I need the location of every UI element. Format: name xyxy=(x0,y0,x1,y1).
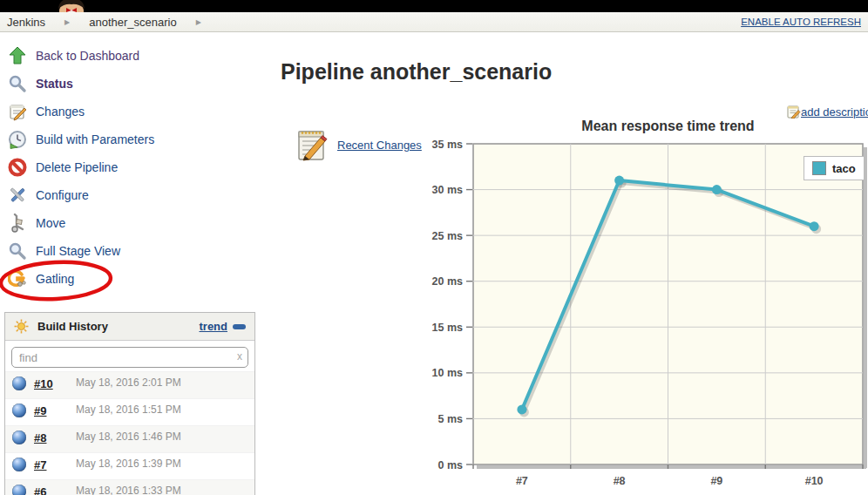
sidebar-item-full-stage-view[interactable]: Full Stage View xyxy=(7,241,154,261)
tools-icon xyxy=(7,185,28,206)
build-link[interactable]: #8 xyxy=(34,431,65,444)
sidebar-item-status[interactable]: Status xyxy=(7,73,154,94)
svg-text:10 ms: 10 ms xyxy=(432,367,463,379)
breadcrumb-jenkins[interactable]: Jenkins xyxy=(7,16,45,29)
add-description-link[interactable]: add description xyxy=(787,105,868,119)
legend-swatch-icon xyxy=(812,161,826,175)
build-status-ball-icon[interactable] xyxy=(12,458,26,471)
hand-truck-icon xyxy=(7,213,28,234)
svg-text:35 ms: 35 ms xyxy=(432,139,463,151)
build-link[interactable]: #6 xyxy=(34,485,65,495)
breadcrumb-arrow-icon: ▶ xyxy=(64,18,70,26)
notepad-icon xyxy=(7,101,28,122)
search-icon xyxy=(7,241,28,261)
build-history-title: Build History xyxy=(37,320,108,333)
gatling-icon xyxy=(7,268,28,289)
build-date: May 18, 2016 1:46 PM xyxy=(76,431,191,444)
svg-text:#10: #10 xyxy=(805,475,824,487)
top-bar xyxy=(0,0,868,12)
svg-text:#8: #8 xyxy=(614,475,626,487)
build-date: May 18, 2016 1:33 PM xyxy=(76,485,191,495)
chart-title: Mean response time trend xyxy=(473,119,863,134)
svg-text:20 ms: 20 ms xyxy=(432,275,463,288)
breadcrumb-another-scenario[interactable]: another_scenario xyxy=(89,16,176,29)
build-row: #10 May 18, 2016 2:01 PM xyxy=(5,371,254,398)
trend-chart: 0 ms5 ms10 ms15 ms20 ms25 ms30 ms35 ms#7… xyxy=(429,139,868,492)
page-title: Pipeline another_scenario xyxy=(281,59,552,85)
find-clear-icon[interactable]: x xyxy=(237,350,242,363)
sidebar-item-gatling[interactable]: Gatling xyxy=(7,268,154,289)
build-row: #6 May 18, 2016 1:33 PM xyxy=(5,479,254,495)
svg-text:5 ms: 5 ms xyxy=(438,413,464,425)
svg-text:30 ms: 30 ms xyxy=(432,184,463,196)
sidebar-item-move[interactable]: Move xyxy=(7,213,154,234)
build-status-ball-icon[interactable] xyxy=(12,431,26,444)
trend-link[interactable]: trend xyxy=(200,320,228,333)
enable-auto-refresh-link[interactable]: ENABLE AUTO REFRESH xyxy=(741,17,861,27)
recent-changes: Recent Changes xyxy=(295,127,422,162)
up-arrow-icon xyxy=(7,45,28,66)
jenkins-butler-logo-icon[interactable] xyxy=(45,0,98,12)
build-row: #8 May 18, 2016 1:46 PM xyxy=(5,425,254,452)
build-row: #9 May 18, 2016 1:51 PM xyxy=(5,398,254,425)
build-history-find: x xyxy=(11,347,248,368)
build-history-header: Build History trend xyxy=(5,313,254,341)
notepad-pencil-icon xyxy=(295,127,329,162)
build-date: May 18, 2016 1:51 PM xyxy=(76,403,191,417)
build-clock-icon xyxy=(7,129,28,150)
sidebar-item-changes[interactable]: Changes xyxy=(7,101,154,122)
svg-text:#9: #9 xyxy=(710,475,722,487)
build-status-ball-icon[interactable] xyxy=(12,403,26,417)
sun-icon xyxy=(14,319,29,334)
svg-text:0 ms: 0 ms xyxy=(438,459,464,471)
build-history-panel: Build History trend x #10 May 18, 2016 2… xyxy=(4,312,255,495)
search-icon xyxy=(7,73,28,94)
sidebar-item-configure[interactable]: Configure xyxy=(7,185,154,206)
build-link[interactable]: #10 xyxy=(34,377,65,390)
build-status-ball-icon[interactable] xyxy=(12,376,26,390)
collapse-dash-icon[interactable] xyxy=(233,324,246,329)
build-date: May 18, 2016 2:01 PM xyxy=(76,376,191,390)
svg-text:25 ms: 25 ms xyxy=(432,230,463,242)
build-date: May 18, 2016 1:39 PM xyxy=(76,458,191,471)
build-link[interactable]: #7 xyxy=(34,458,65,471)
recent-changes-link[interactable]: Recent Changes xyxy=(337,139,422,152)
edit-description-icon xyxy=(787,105,801,119)
breadcrumb-arrow-icon: ▶ xyxy=(196,18,201,26)
build-status-ball-icon[interactable] xyxy=(12,485,26,495)
breadcrumb: Jenkins ▶ another_scenario ▶ ENABLE AUTO… xyxy=(0,12,868,32)
sidebar: Back to Dashboard Status Changes Build w… xyxy=(7,45,154,289)
sidebar-item-delete-pipeline[interactable]: Delete Pipeline xyxy=(7,157,154,178)
svg-text:15 ms: 15 ms xyxy=(432,322,463,334)
sidebar-item-back-to-dashboard[interactable]: Back to Dashboard xyxy=(7,45,154,66)
build-row: #7 May 18, 2016 1:39 PM xyxy=(5,452,254,479)
legend-series-label: taco xyxy=(832,162,856,175)
prohibition-icon xyxy=(7,157,28,178)
chart-legend: taco xyxy=(804,156,865,180)
sidebar-item-build-with-parameters[interactable]: Build with Parameters xyxy=(7,129,154,150)
build-link[interactable]: #9 xyxy=(34,404,65,417)
jenkins-page: Jenkins ▶ another_scenario ▶ ENABLE AUTO… xyxy=(0,0,868,495)
svg-text:#7: #7 xyxy=(516,475,528,487)
find-input[interactable] xyxy=(11,347,248,368)
